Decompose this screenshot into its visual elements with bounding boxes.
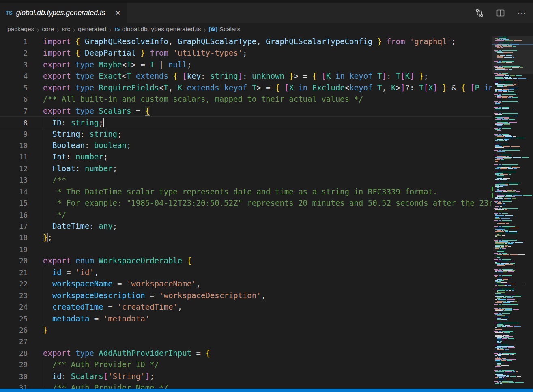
minimap-line [494,223,532,224]
minimap-line [494,214,532,215]
chevron-right-icon: › [109,25,111,33]
code-line[interactable]: 10 Boolean: boolean; [0,140,492,151]
minimap-line [494,370,532,371]
code-line[interactable]: 1import { GraphQLResolveInfo, GraphQLSca… [0,36,492,47]
minimap[interactable] [492,36,533,389]
minimap-line [494,229,532,230]
code-line[interactable]: 27 [0,336,492,347]
minimap-line [494,240,532,241]
minimap-line [494,222,532,222]
code-line[interactable]: 29 /** Auth Provider ID */ [0,359,492,370]
minimap-slider[interactable] [492,36,533,74]
breadcrumb-item-generated[interactable]: generated [78,26,106,33]
code-text: export type Maybe<T> = T | null; [43,60,191,69]
minimap-line [494,218,532,219]
code-line[interactable]: 28export type AddAuthProviderInput = { [0,347,492,359]
code-line[interactable]: 4export type Exact<T extends { [key: str… [0,70,492,82]
tab-global-db-types[interactable]: TS global.db.types.generated.ts ✕ [0,3,127,23]
line-number: 4 [0,71,28,82]
minimap-line [494,376,532,377]
breadcrumb-item-src[interactable]: src [62,26,71,33]
minimap-line [494,168,532,169]
code-text: * The DateTime scalar type represents da… [43,187,437,196]
code-line[interactable]: 21 id = 'id', [0,267,492,278]
minimap-line [494,194,532,194]
code-line[interactable]: 19 [0,243,492,255]
minimap-line [494,351,532,351]
minimap-line [494,345,532,345]
minimap-line [494,138,532,138]
breadcrumb-item-scalars[interactable]: [] Scalars [208,26,240,33]
code-line[interactable]: 18}; [0,232,492,243]
line-number: 15 [0,198,28,209]
code-line[interactable]: 16 */ [0,209,492,220]
code-text: export type RequireFields<T, K extends k… [43,83,492,92]
minimap-line [494,379,532,379]
minimap-current-line-marker [492,44,533,45]
minimap-line [494,377,532,378]
minimap-line [494,327,532,328]
line-number: 31 [0,382,28,389]
code-line[interactable]: 14 * The DateTime scalar type represents… [0,186,492,197]
minimap-line [494,190,532,191]
code-line[interactable]: 8 ID: string; [0,116,492,128]
minimap-line [494,306,532,306]
minimap-line [494,101,532,102]
breadcrumb-item-packages[interactable]: packages [7,26,34,33]
code-line[interactable]: 17 DateTime: any; [0,220,492,232]
minimap-line [494,308,532,309]
minimap-line [494,325,532,326]
minimap-line [494,136,532,137]
minimap-line [494,85,532,86]
minimap-line [494,354,532,355]
code-line[interactable]: 3export type Maybe<T> = T | null; [0,59,492,70]
code-line[interactable]: 23 workspaceDescription = 'workspaceDesc… [0,290,492,301]
code-line[interactable]: 22 workspaceName = 'workspaceName', [0,278,492,289]
line-number: 3 [0,59,28,71]
breadcrumb: packages › core › src › generated › TS g… [0,23,533,36]
minimap-line [494,97,532,98]
minimap-line [494,314,532,315]
line-number: 11 [0,151,28,163]
minimap-line [494,302,532,303]
minimap-line [494,96,532,97]
code-text: }; [43,233,52,242]
line-number: 12 [0,163,28,174]
line-number: 7 [0,106,28,117]
code-line[interactable]: 15 * For example: "1985-04-12T23:20:50.5… [0,197,492,209]
code-line[interactable]: 12 Float: number; [0,163,492,174]
minimap-line [494,348,532,349]
split-editor-icon[interactable] [496,9,505,17]
minimap-line [494,228,532,228]
minimap-line [494,257,532,258]
code-line[interactable]: 31 /** Auth Provider Name */ [0,382,492,389]
code-line[interactable]: 30 id: Scalars['String']; [0,370,492,382]
code-line[interactable]: 11 Int: number; [0,151,492,162]
minimap-line [494,196,532,197]
breadcrumb-item-filename[interactable]: TS global.db.types.generated.ts [114,26,201,33]
code-lines[interactable]: 1import { GraphQLResolveInfo, GraphQLSca… [0,36,492,389]
minimap-line [494,122,532,123]
code-line[interactable]: 26} [0,324,492,336]
minimap-line [494,362,532,362]
code-line[interactable]: 20export enum WorkspaceOrderable { [0,255,492,266]
minimap-line [494,347,532,348]
line-number: 22 [0,278,28,290]
close-tab-icon[interactable]: ✕ [113,9,123,17]
code-text: export enum WorkspaceOrderable { [43,256,191,265]
code-line[interactable]: 2import { DeepPartial } from 'utility-ty… [0,47,492,58]
code-line[interactable]: 9 String: string; [0,128,492,140]
code-line[interactable]: 6/** All built-in and custom scalars, ma… [0,93,492,105]
breadcrumb-item-core[interactable]: core [42,26,54,33]
minimap-line [494,280,532,281]
more-actions-icon[interactable]: ⋯ [517,11,527,15]
code-line[interactable]: 24 createdTime = 'createdTime', [0,301,492,312]
minimap-line [494,135,532,136]
code-line[interactable]: 25 metadata = 'metadata' [0,313,492,324]
open-changes-icon[interactable] [475,9,484,17]
minimap-line [494,264,532,265]
minimap-line [494,185,532,186]
code-line[interactable]: 13 /** [0,174,492,185]
code-line[interactable]: 5export type RequireFields<T, K extends … [0,82,492,93]
code-line[interactable]: 7export type Scalars = { [0,105,492,116]
